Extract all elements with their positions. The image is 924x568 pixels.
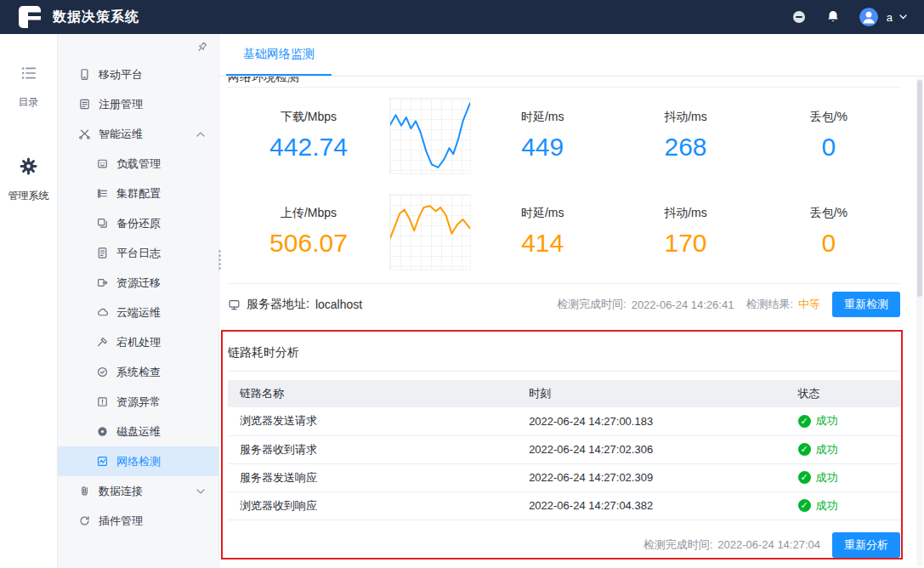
cell-link-name: 浏览器发送请求 — [228, 407, 517, 435]
table-row: 服务器收到请求 2022-06-24 14:27:02.306 ✓成功 — [228, 435, 900, 463]
cell-time: 2022-06-24 14:27:02.309 — [517, 463, 785, 491]
header-time: 时刻 — [517, 380, 785, 407]
sidebar-item-label: 系统检查 — [116, 365, 161, 380]
sidebar-splitter-handle[interactable] — [216, 248, 223, 270]
topbar: 数据决策系统 a — [0, 0, 924, 34]
paperclip-icon — [78, 485, 91, 497]
refresh-icon — [78, 514, 91, 527]
header-link-name: 链路名称 — [228, 380, 517, 407]
link-section-title: 链路耗时分析 — [228, 345, 900, 361]
delay-value: 449 — [521, 133, 564, 162]
sidebar-item-label: 磁盘运维 — [116, 424, 161, 440]
header-status: 状态 — [786, 380, 900, 407]
sidebar-item-cluster-config[interactable]: 集群配置 — [58, 179, 218, 208]
upload-label: 上传/Mbps — [281, 206, 337, 221]
sidebar-item-label: 平台日志 — [116, 246, 161, 261]
tab-basic-network-monitor[interactable]: 基础网络监测 — [226, 34, 332, 76]
sidebar-item-label: 数据连接 — [99, 484, 143, 499]
status-badge: ✓成功 — [798, 470, 888, 486]
success-check-icon: ✓ — [798, 471, 811, 484]
upload-sparkline-chart — [389, 194, 471, 270]
server-row: 服务器地址: localhost 检测完成时间: 2022-06-24 14:2… — [228, 284, 900, 325]
sidebar-item-smart-ops[interactable]: 智能运维 — [58, 119, 218, 149]
download-sparkline-chart — [389, 98, 471, 174]
sidebar-item-platform-logs[interactable]: 平台日志 — [58, 238, 218, 268]
analysis-finish-label: 检测完成时间: — [643, 537, 713, 553]
cell-time: 2022-06-24 14:27:00.183 — [517, 407, 785, 435]
status-badge: ✓成功 — [798, 498, 888, 514]
check-circle-icon — [96, 366, 109, 378]
loss-value: 0 — [821, 229, 836, 258]
catalog-list-icon — [20, 65, 37, 82]
sidebar-item-resource-migration[interactable]: 资源迁移 — [58, 268, 218, 298]
sidebar-item-load-management[interactable]: 负载管理 — [58, 149, 218, 179]
sidebar-item-crash-handling[interactable]: 宕机处理 — [58, 327, 218, 357]
redetect-button[interactable]: 重新检测 — [832, 292, 900, 317]
rail-item-label: 目录 — [19, 95, 39, 110]
sidebar-item-backup-restore[interactable]: 备份还原 — [58, 208, 218, 238]
topbar-actions: a — [791, 8, 907, 26]
status-badge: ✓成功 — [798, 442, 888, 457]
rail-item-catalog[interactable]: 目录 — [19, 65, 39, 110]
minus-circle-icon[interactable] — [791, 9, 807, 25]
cell-time: 2022-06-24 14:27:04.382 — [517, 491, 785, 520]
app-logo[interactable] — [19, 6, 41, 28]
analysis-finish-time: 2022-06-24 14:27:04 — [717, 538, 820, 551]
gear-icon — [20, 157, 37, 175]
sidebar-item-disk-ops[interactable]: 磁盘运维 — [58, 417, 218, 446]
robot-face-icon — [96, 157, 109, 170]
detect-finish-label: 检测完成时间: — [557, 297, 626, 312]
list-icon — [96, 187, 109, 200]
sidebar-item-registration[interactable]: 注册管理 — [58, 89, 218, 119]
success-check-icon: ✓ — [798, 499, 811, 512]
sidebar-item-label: 智能运维 — [99, 127, 143, 142]
detect-result-value: 中等 — [798, 297, 820, 312]
sidebar-item-mobile-platform[interactable]: 移动平台 — [58, 60, 218, 89]
download-value: 442.74 — [269, 133, 348, 162]
sidebar-item-resource-abnormal[interactable]: 资源异常 — [58, 387, 218, 417]
loss-label: 丢包/% — [810, 206, 847, 221]
link-latency-section: 链路耗时分析 链路名称 时刻 状态 浏览器发送请求 202 — [228, 337, 900, 568]
chevron-down-icon[interactable] — [899, 14, 907, 20]
form-icon — [78, 98, 91, 111]
sidebar-item-label: 宕机处理 — [116, 335, 161, 350]
tab-bar: 基础网络监测 — [219, 34, 924, 77]
bell-icon[interactable] — [825, 9, 841, 25]
sidebar-item-network-detection[interactable]: 网络检测 — [58, 446, 218, 476]
detect-result-label: 检测结果: — [745, 297, 793, 312]
upload-value: 506.07 — [269, 229, 348, 258]
sidebar-item-cloud-ops[interactable]: 云端运维 — [58, 298, 218, 327]
sidebar-item-system-check[interactable]: 系统检查 — [58, 357, 218, 387]
scrollbar-thumb[interactable] — [917, 80, 922, 297]
user-avatar[interactable] — [859, 8, 878, 26]
icon-rail: 目录 管理系统 — [0, 34, 58, 568]
jitter-value: 268 — [664, 133, 706, 162]
username[interactable]: a — [887, 11, 893, 24]
cloud-icon — [96, 306, 109, 319]
sidebar-menu: 移动平台 注册管理 智能运维 负载管理 集群配置 备份还原 平台日志 — [58, 34, 219, 568]
reanalyze-button[interactable]: 重新分析 — [832, 532, 900, 558]
app-title: 数据决策系统 — [53, 9, 139, 26]
table-row: 浏览器发送请求 2022-06-24 14:27:00.183 ✓成功 — [228, 407, 900, 435]
sidebar-item-plugin-management[interactable]: 插件管理 — [58, 506, 218, 536]
loss-value: 0 — [821, 133, 836, 162]
sidebar-item-label: 云端运维 — [116, 305, 161, 321]
status-badge: ✓成功 — [798, 413, 888, 429]
upload-stat-row: 上传/Mbps 506.07 时延/ms 414 抖动/ms 170 丢包/% … — [228, 184, 900, 280]
sidebar-item-label: 网络检测 — [116, 454, 161, 469]
document-icon — [96, 247, 109, 259]
export-arrow-icon — [96, 276, 109, 289]
sidebar-item-label: 移动平台 — [99, 67, 143, 82]
rail-item-label: 管理系统 — [9, 189, 49, 203]
pin-icon[interactable] — [196, 41, 208, 54]
sidebar-item-label: 插件管理 — [99, 514, 143, 529]
content-area[interactable]: 网络环境检测 下载/Mbps 442.74 时延/ms 449 抖动/ms 26… — [219, 77, 924, 568]
tab-label: 基础网络监测 — [243, 47, 315, 62]
copy-icon — [96, 217, 109, 230]
sidebar-item-data-connection[interactable]: 数据连接 — [58, 476, 218, 506]
rail-item-admin-system[interactable]: 管理系统 — [9, 157, 49, 203]
disk-icon — [96, 425, 109, 438]
chevron-down-icon — [196, 489, 205, 494]
server-address-value: localhost — [315, 298, 362, 311]
jitter-label: 抖动/ms — [664, 110, 707, 125]
